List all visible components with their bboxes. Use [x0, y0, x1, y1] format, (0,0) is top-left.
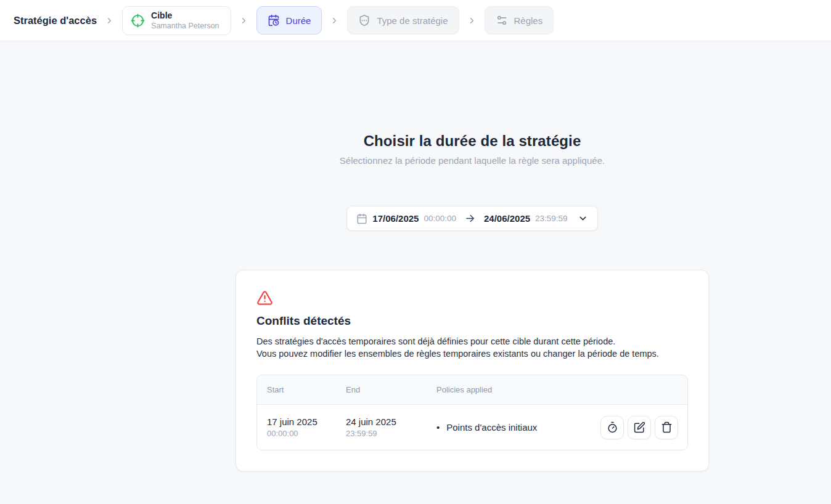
conflict-card: Conflits détectés Des stratégies d'accès… [235, 270, 709, 471]
table-header-row: Start End Policies applied [257, 375, 687, 405]
calendar-clock-icon [268, 14, 280, 26]
start-time-value: 00:00:00 [424, 214, 456, 223]
conflict-description-line1: Des stratégies d'accès temporaires sont … [256, 335, 688, 348]
step-target-sublabel: Samantha Peterson [151, 22, 219, 30]
chevron-down-icon [578, 213, 588, 224]
warning-triangle-icon [256, 290, 688, 306]
target-icon [131, 14, 145, 28]
conflicts-table: Start End Policies applied 17 juin 2025 … [256, 375, 688, 450]
timer-icon [607, 421, 618, 433]
sliders-icon [496, 14, 508, 26]
chevron-right-icon [105, 16, 114, 25]
column-header-start: Start [257, 385, 346, 394]
timer-button[interactable] [600, 416, 624, 439]
step-rules-label: Règles [514, 15, 543, 26]
delete-button[interactable] [655, 416, 678, 439]
chevron-right-icon [467, 16, 477, 25]
calendar-icon [356, 213, 367, 224]
end-date-value: 24/06/2025 [484, 213, 530, 224]
shield-ellipsis-icon [358, 14, 370, 26]
policy-list-item: • Points d'accès initiaux [436, 422, 600, 433]
row-start-date: 17 juin 2025 [267, 417, 346, 427]
end-time-value: 23:59:59 [535, 214, 568, 223]
chevron-right-icon [330, 16, 339, 25]
step-target-label: Cible [151, 10, 219, 20]
column-header-end: End [346, 385, 436, 394]
edit-button[interactable] [628, 416, 651, 439]
row-end-time: 23:59:59 [346, 429, 436, 438]
breadcrumb: Stratégie d'accès Cible Samantha Peterso… [0, 0, 831, 41]
row-end-date: 24 juin 2025 [346, 417, 436, 427]
trash-icon [661, 421, 673, 433]
main-content: Choisir la durée de la stratégie Sélecti… [0, 41, 831, 471]
start-date-value: 17/06/2025 [372, 213, 419, 224]
edit-icon [634, 421, 645, 433]
step-duration-label: Durée [286, 15, 311, 26]
conflict-description-line2: Vous pouvez modifier les ensembles de rè… [256, 348, 688, 360]
step-policy-type[interactable]: Type de stratégie [347, 6, 459, 35]
chevron-right-icon [239, 16, 248, 25]
column-header-policies: Policies applied [436, 385, 687, 394]
step-target[interactable]: Cible Samantha Peterson [122, 6, 231, 35]
arrow-right-icon [465, 213, 475, 224]
conflict-title: Conflits détectés [256, 314, 688, 328]
step-rules[interactable]: Règles [485, 6, 554, 35]
step-policy-type-label: Type de stratégie [377, 15, 448, 26]
date-range-picker[interactable]: 17/06/2025 00:00:00 24/06/2025 23:59:59 [346, 206, 597, 231]
bullet: • [436, 422, 440, 433]
row-start-time: 00:00:00 [267, 429, 346, 438]
policy-name: Points d'accès initiaux [446, 422, 537, 433]
table-row: 17 juin 2025 00:00:00 24 juin 2025 23:59… [257, 405, 687, 450]
page-title: Choisir la durée de la stratégie [235, 132, 709, 150]
step-duration[interactable]: Durée [256, 6, 322, 35]
page-subtitle: Sélectionnez la période pendant laquelle… [235, 155, 709, 166]
page-breadcrumb-title: Stratégie d'accès [14, 15, 97, 26]
